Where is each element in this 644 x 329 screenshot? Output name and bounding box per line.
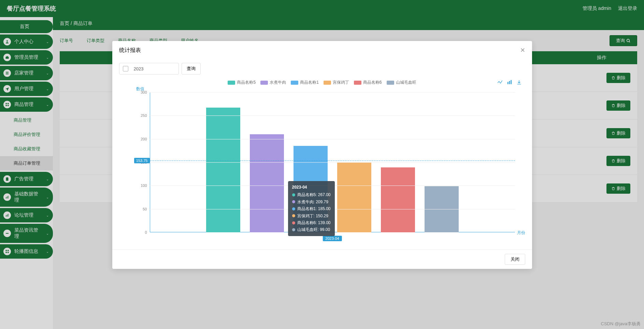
legend-item[interactable]: 商品名称1 (291, 80, 319, 85)
legend-swatch (387, 81, 394, 85)
legend-label: 水煮牛肉 (270, 80, 286, 85)
y-tick: 50 (143, 207, 149, 211)
y-tick: 0 (145, 230, 149, 234)
modal-close-button[interactable]: 关闭 (505, 254, 525, 265)
x-axis-title: 月份 (517, 230, 525, 236)
legend-swatch (228, 81, 235, 85)
y-tick: 300 (141, 90, 149, 94)
marker-label: 153.75 (134, 158, 150, 163)
legend-label: 山城毛血旺 (396, 80, 416, 85)
legend-label: 宫保鸡丁 (333, 80, 349, 85)
legend-item[interactable]: 宫保鸡丁 (324, 80, 349, 85)
legend-item[interactable]: 山城毛血旺 (387, 80, 416, 85)
x-category-label: 2023-04 (323, 236, 342, 241)
download-icon[interactable] (516, 80, 522, 86)
chart-bar[interactable] (206, 108, 240, 232)
svg-rect-26 (511, 80, 512, 84)
chart-bar[interactable] (381, 167, 415, 232)
svg-rect-24 (507, 82, 509, 84)
chart-bar[interactable] (337, 162, 371, 232)
chart-toolbox (497, 80, 522, 86)
legend-swatch (354, 81, 361, 85)
modal-close-icon[interactable]: ✕ (520, 46, 525, 54)
chart-bar[interactable] (250, 134, 284, 232)
y-tick: 200 (141, 137, 149, 141)
legend-label: 商品名称6 (363, 80, 382, 85)
stats-modal: 统计报表 ✕ 2023 查询 (112, 41, 532, 269)
legend-swatch (260, 81, 268, 85)
marker-line (150, 161, 515, 161)
chart-query-button[interactable]: 查询 (182, 63, 201, 74)
y-tick: 100 (141, 183, 149, 188)
line-view-icon[interactable] (497, 80, 503, 86)
legend-item[interactable]: 商品名称6 (354, 80, 382, 85)
legend-item[interactable]: 水煮牛肉 (260, 80, 286, 85)
chart-legend: 商品名称5水煮牛肉商品名称1宫保鸡丁商品名称6山城毛血旺 (119, 80, 525, 85)
legend-item[interactable]: 商品名称5 (228, 80, 256, 85)
legend-label: 商品名称5 (237, 80, 256, 85)
legend-label: 商品名称1 (300, 80, 319, 85)
svg-rect-25 (509, 81, 510, 84)
chart: 商品名称5水煮牛肉商品名称1宫保鸡丁商品名称6山城毛血旺 数值 月份 2023-… (119, 80, 525, 243)
chart-bar[interactable] (294, 146, 328, 232)
bar-view-icon[interactable] (507, 80, 512, 86)
legend-swatch (291, 81, 298, 85)
legend-swatch (324, 81, 331, 85)
year-input[interactable]: 2023 (119, 63, 179, 74)
modal-overlay: 统计报表 ✕ 2023 查询 (0, 0, 644, 329)
watermark: CSDN @java李杨勇 (601, 321, 641, 327)
y-tick: 250 (141, 113, 149, 118)
modal-title: 统计报表 (119, 47, 141, 54)
